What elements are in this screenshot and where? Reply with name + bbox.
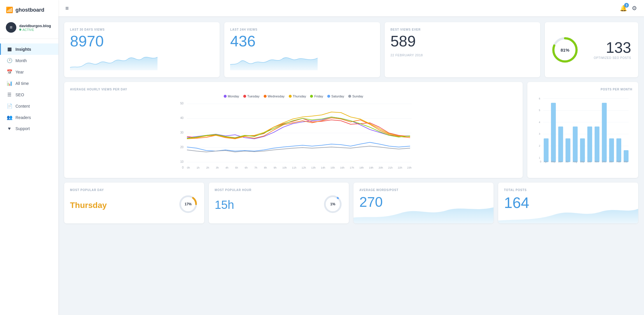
svg-rect-56: [587, 127, 592, 162]
svg-text:40: 40: [180, 116, 184, 120]
svg-text:Jul: Jul: [566, 160, 569, 163]
seo-icon: ☰: [7, 92, 12, 97]
svg-text:21h: 21h: [388, 166, 393, 169]
popular-hour-label: MOST POPULAR HOUR: [215, 188, 343, 192]
hourly-chart-title: AVERAGE HOURLY VIEWS PER DAY: [70, 88, 517, 91]
svg-text:Jan: Jan: [609, 160, 613, 163]
readers-icon: 👥: [7, 115, 12, 120]
legend-wednesday: Wednesday: [264, 94, 285, 98]
svg-text:2h: 2h: [206, 166, 209, 169]
nav-label-insights: Insights: [15, 47, 31, 52]
line-chart-svg: 50 40 30 20 10 0 0h 1h 2h 3h: [70, 101, 517, 171]
posts-chart-title: POSTS PER MONTH: [533, 88, 632, 91]
svg-rect-50: [544, 138, 549, 162]
hamburger-button[interactable]: ≡: [65, 5, 69, 12]
last24h-chart: [230, 53, 318, 70]
sidebar-item-month[interactable]: 🕐 Month: [0, 55, 58, 66]
sidebar-item-insights[interactable]: ▦ Insights: [0, 43, 58, 55]
svg-text:4: 4: [539, 121, 540, 124]
tuesday-dot: [243, 95, 246, 98]
svg-text:Aug: Aug: [573, 160, 577, 163]
svg-text:Feb: Feb: [616, 160, 621, 163]
svg-rect-52: [558, 127, 563, 162]
popular-day-inner: Thursday 17%: [70, 194, 198, 214]
last30days-card: LAST 30 DAYS VIEWS 8970: [64, 22, 220, 77]
app-name: ghostboard: [15, 7, 44, 13]
month-icon: 🕐: [7, 58, 12, 63]
content-icon: 📄: [7, 103, 12, 109]
avatar-icon: ≡: [10, 25, 12, 30]
seo-donut: 81%: [552, 37, 578, 63]
svg-text:14h: 14h: [321, 166, 325, 169]
svg-text:10: 10: [180, 160, 184, 163]
nav-label-month: Month: [15, 58, 27, 63]
svg-rect-53: [566, 138, 570, 162]
insights-icon: ▦: [7, 46, 12, 52]
avg-words-label: AVERAGE WORDS/POST: [359, 188, 488, 192]
popular-hour-inner: 15h 1%: [215, 194, 343, 214]
svg-text:9h: 9h: [274, 166, 276, 169]
sidebar-item-content[interactable]: 📄 Content: [0, 100, 58, 112]
avg-words-card: AVERAGE WORDS/POST 270: [354, 183, 494, 223]
best-views-date: 22 FEBRUARY 2018: [391, 53, 534, 57]
svg-text:0: 0: [540, 160, 541, 163]
svg-rect-60: [616, 138, 621, 162]
profile-name: davidburgos.blog: [19, 24, 51, 28]
legend-saturday: Saturday: [327, 94, 344, 98]
settings-button[interactable]: ⚙: [632, 5, 637, 12]
seo-sub-label: OPTIMIZED SEO POSTS: [594, 56, 631, 60]
sunday-dot: [348, 95, 351, 98]
svg-text:13h: 13h: [311, 166, 316, 169]
last30days-chart: [70, 53, 158, 70]
svg-text:6h: 6h: [245, 166, 248, 169]
sidebar-item-alltime[interactable]: 📊 All time: [0, 78, 58, 89]
status-dot: [19, 29, 21, 31]
svg-text:0h: 0h: [187, 166, 190, 169]
last30days-label: LAST 30 DAYS VIEWS: [70, 28, 214, 31]
svg-text:Mar: Mar: [624, 160, 628, 163]
svg-rect-54: [573, 127, 578, 162]
hourly-chart-card: AVERAGE HOURLY VIEWS PER DAY Monday Tues…: [64, 82, 523, 178]
svg-text:22h: 22h: [398, 166, 402, 169]
sidebar-item-support[interactable]: ♥ Support: [0, 123, 58, 134]
svg-text:8h: 8h: [264, 166, 267, 169]
popular-day-label: MOST POPULAR DAY: [70, 188, 198, 192]
sidebar-profile: ≡ davidburgos.blog ACTIVE: [0, 19, 58, 39]
status-label: ACTIVE: [22, 28, 34, 32]
legend-friday: Friday: [310, 94, 323, 98]
total-posts-card: TOTAL POSTS 164: [498, 183, 638, 223]
svg-text:1h: 1h: [197, 166, 200, 169]
legend-sunday: Sunday: [348, 94, 363, 98]
svg-text:Apr: Apr: [544, 160, 547, 163]
profile-info: davidburgos.blog ACTIVE: [19, 24, 51, 32]
svg-rect-57: [595, 127, 600, 162]
avg-words-chart: [354, 200, 494, 223]
stats-row: LAST 30 DAYS VIEWS 8970 LAST 24H VIEWS: [64, 22, 638, 77]
notification-button[interactable]: 🔔 3: [620, 5, 627, 12]
alltime-icon: 📊: [7, 80, 12, 86]
svg-text:4h: 4h: [225, 166, 228, 169]
avatar: ≡: [6, 22, 16, 33]
topbar-left: ≡: [65, 5, 69, 12]
sidebar-item-year[interactable]: 📅 Year: [0, 66, 58, 78]
nav-label-seo: SEO: [15, 92, 24, 97]
svg-text:50: 50: [180, 102, 184, 105]
topbar-right: 🔔 3 ⚙: [620, 5, 637, 12]
svg-text:5h: 5h: [235, 166, 238, 169]
sidebar-item-seo[interactable]: ☰ SEO: [0, 89, 58, 100]
seo-right: 133 OPTIMIZED SEO POSTS: [594, 40, 631, 60]
svg-rect-58: [602, 103, 607, 162]
svg-text:Dec: Dec: [602, 160, 606, 163]
best-views-value: 589: [391, 34, 534, 49]
svg-text:20h: 20h: [379, 166, 383, 169]
seo-percent-label: 81%: [561, 47, 569, 52]
nav-label-alltime: All time: [15, 81, 29, 86]
popular-hour-percent: 1%: [330, 202, 335, 206]
support-icon: ♥: [7, 126, 12, 131]
sidebar-nav: ▦ Insights 🕐 Month 📅 Year 📊 All time ☰ S…: [0, 39, 58, 315]
best-views-card: BEST VIEWS EVER 589 22 FEBRUARY 2018: [385, 22, 540, 77]
dashboard: LAST 30 DAYS VIEWS 8970 LAST 24H VIEWS: [58, 16, 644, 315]
bottom-row: MOST POPULAR DAY Thursday 17% MOST POPUL…: [64, 183, 638, 223]
last24h-value: 436: [230, 34, 374, 49]
sidebar-item-readers[interactable]: 👥 Readers: [0, 112, 58, 123]
